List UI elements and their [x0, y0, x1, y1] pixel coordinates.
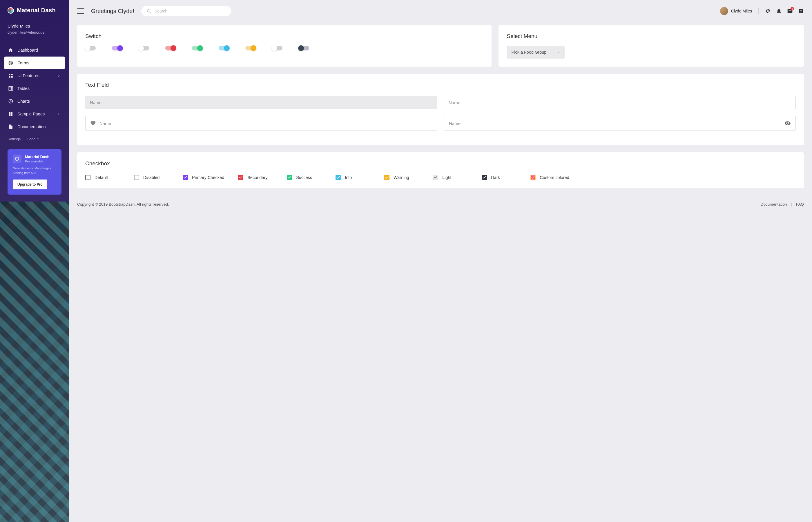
chevron-right-icon — [57, 74, 61, 78]
sidebar-sublinks: Settings | Logout — [0, 136, 69, 145]
checkbox-custom-colored[interactable]: Custom colored — [530, 175, 569, 180]
sidebar-item-label: Tables — [17, 86, 29, 91]
switch-card-title: Switch — [85, 33, 483, 39]
checkbox-label: Info — [345, 175, 352, 180]
footer-doc-link[interactable]: Documentation — [761, 202, 787, 206]
sidebar-item-forms[interactable]: Forms — [4, 57, 65, 69]
svg-rect-4 — [11, 74, 13, 75]
switch-toggle-5[interactable] — [219, 46, 229, 51]
sidebar-item-label: Dashboard — [17, 48, 38, 53]
checkbox-primary-checked[interactable]: Primary Checked — [183, 175, 224, 180]
sidebar: Material Dash Clyde Miles clydemiles@ele… — [0, 0, 69, 522]
footer: Copyright © 2019 BootstrapDash. All righ… — [69, 197, 812, 209]
upgrade-button[interactable]: Upgrade to Pro — [13, 180, 47, 189]
promo-title: Material Dash — [25, 155, 49, 159]
promo-desc-2: Starting from $25. — [13, 171, 56, 176]
switch-toggle-2[interactable] — [139, 46, 149, 51]
search-field[interactable] — [141, 6, 231, 16]
checkbox-box — [482, 175, 487, 180]
svg-rect-6 — [11, 76, 13, 78]
name-input-filled[interactable]: Name — [85, 96, 437, 109]
sidebar-nav: Dashboard Forms UI Features Tables Chart… — [0, 40, 69, 136]
checkbox-label: Disabled — [143, 175, 160, 180]
switch-toggle-7[interactable] — [272, 46, 282, 51]
switch-toggle-8[interactable] — [299, 46, 309, 51]
sidebar-item-label: Forms — [17, 61, 29, 65]
svg-rect-11 — [9, 114, 11, 116]
bell-icon[interactable] — [776, 8, 782, 14]
separator: | — [23, 137, 24, 141]
checkbox-dark[interactable]: Dark — [482, 175, 516, 180]
checkbox-label: Secondary — [247, 175, 267, 180]
checkbox-label: Success — [296, 175, 312, 180]
mail-icon[interactable]: 1 — [787, 8, 793, 14]
doc-icon — [8, 124, 13, 129]
switch-toggle-3[interactable] — [165, 46, 176, 51]
logout-link[interactable]: Logout — [27, 137, 38, 141]
promo-desc-1: More elements. More Pages. — [13, 166, 56, 171]
separator: | — [791, 202, 792, 206]
sidebar-item-label: Sample Pages — [17, 112, 45, 116]
avatar — [720, 7, 728, 15]
checkbox-box — [183, 175, 188, 180]
name-input-outlined[interactable]: Name — [444, 96, 796, 109]
checkbox-box — [530, 175, 536, 180]
select-value: Pick a Food Group — [511, 50, 546, 55]
sidebar-item-label: UI Features — [17, 73, 39, 78]
mail-badge: 1 — [791, 7, 794, 11]
checkbox-info[interactable]: Info — [336, 175, 370, 180]
svg-point-13 — [147, 9, 150, 12]
checkbox-label: Dark — [491, 175, 500, 180]
svg-rect-10 — [11, 112, 13, 114]
sidebar-item-sample-pages[interactable]: Sample Pages — [4, 107, 65, 120]
brand[interactable]: Material Dash — [0, 0, 69, 21]
checkbox-disabled[interactable]: Disabled — [134, 175, 169, 180]
textfield-card: Text Field Name Name Name Name — [77, 74, 804, 145]
checkbox-default[interactable]: Default — [85, 175, 120, 180]
name-input-leading-icon[interactable]: Name — [85, 116, 437, 131]
food-group-select[interactable]: Pick a Food Group — [507, 46, 565, 59]
brand-text: Material Dash — [17, 7, 56, 14]
promo-card: Material Dash Pro available More element… — [7, 149, 61, 195]
main: Greetings Clyde! Clyde Miles 1 — [69, 0, 812, 522]
checkbox-box — [336, 175, 341, 180]
topbar-username: Clyde Miles — [731, 9, 752, 13]
select-card-title: Select Menu — [507, 33, 796, 39]
tf-placeholder: Name — [90, 100, 102, 105]
user-chip[interactable]: Clyde Miles — [720, 7, 752, 15]
checkbox-card: Checkbox DefaultDisabledPrimary CheckedS… — [77, 152, 804, 188]
checkbox-box — [384, 175, 389, 180]
download-icon[interactable] — [798, 8, 804, 14]
sidebar-item-documentation[interactable]: Documentation — [4, 120, 65, 133]
checkbox-box — [287, 175, 292, 180]
switch-toggle-4[interactable] — [192, 46, 202, 51]
checkbox-secondary[interactable]: Secondary — [238, 175, 273, 180]
gear-icon[interactable] — [765, 8, 771, 14]
menu-toggle-button[interactable] — [77, 8, 84, 14]
checkbox-success[interactable]: Success — [287, 175, 322, 180]
tf-placeholder: Name — [449, 100, 460, 105]
switch-toggle-0[interactable] — [85, 46, 96, 51]
name-input-trailing-icon[interactable]: Name — [444, 116, 796, 131]
checkbox-box — [238, 175, 243, 180]
sidebar-item-charts[interactable]: Charts — [4, 95, 65, 107]
sidebar-item-ui-features[interactable]: UI Features — [4, 69, 65, 82]
brand-logo-icon — [7, 7, 14, 14]
eye-icon[interactable] — [785, 120, 791, 126]
checkbox-label: Light — [442, 175, 451, 180]
checkbox-warning[interactable]: Warning — [384, 175, 419, 180]
pages-icon — [8, 112, 13, 117]
footer-faq-link[interactable]: FAQ — [796, 202, 804, 206]
search-input[interactable] — [155, 9, 226, 13]
search-icon — [146, 9, 151, 13]
checkbox-light[interactable]: Light — [433, 175, 468, 180]
sidebar-item-dashboard[interactable]: Dashboard — [4, 44, 65, 57]
sidebar-item-tables[interactable]: Tables — [4, 82, 65, 95]
checkbox-box — [433, 175, 438, 180]
checkbox-label: Warning — [393, 175, 409, 180]
switch-toggle-6[interactable] — [245, 46, 256, 51]
settings-link[interactable]: Settings — [7, 137, 21, 141]
svg-point-2 — [11, 63, 11, 63]
svg-rect-9 — [9, 112, 11, 114]
switch-toggle-1[interactable] — [112, 46, 122, 51]
